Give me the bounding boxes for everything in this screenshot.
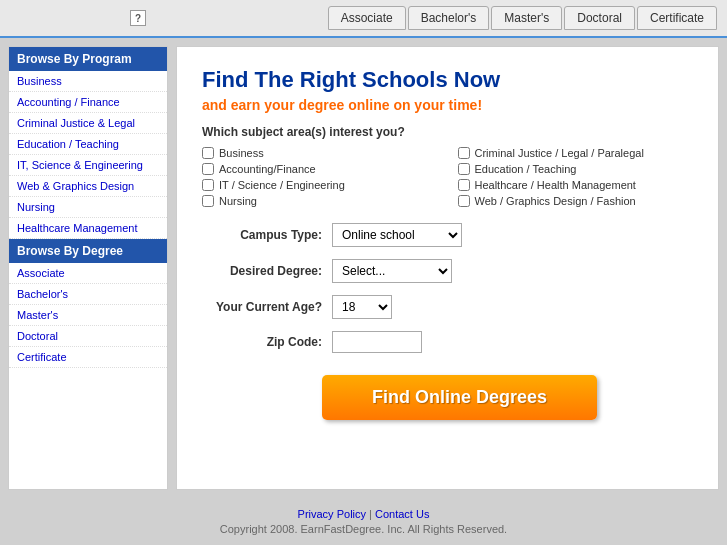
top-bar: ? Associate Bachelor's Master's Doctoral… xyxy=(0,0,727,38)
campus-type-row: Campus Type: Online school Campus Both xyxy=(202,223,693,247)
checkbox-it-label: IT / Science / Engineering xyxy=(219,179,345,191)
checkbox-accounting[interactable]: Accounting/Finance xyxy=(202,163,438,175)
checkbox-nursing-input[interactable] xyxy=(202,195,214,207)
age-select[interactable]: 18192021 22232425 3035404550 xyxy=(332,295,392,319)
contact-link[interactable]: Contact Us xyxy=(375,508,429,520)
tab-doctoral[interactable]: Doctoral xyxy=(564,6,635,30)
sidebar-link-masters[interactable]: Master's xyxy=(9,305,167,326)
browse-by-degree-header: Browse By Degree xyxy=(9,239,167,263)
checkbox-web-label: Web / Graphics Design / Fashion xyxy=(475,195,636,207)
checkboxes-grid: Business Criminal Justice / Legal / Para… xyxy=(202,147,693,207)
checkbox-nursing[interactable]: Nursing xyxy=(202,195,438,207)
checkbox-criminal[interactable]: Criminal Justice / Legal / Paralegal xyxy=(458,147,694,159)
sidebar-link-criminal[interactable]: Criminal Justice & Legal xyxy=(9,113,167,134)
checkbox-nursing-label: Nursing xyxy=(219,195,257,207)
zip-row: Zip Code: xyxy=(202,331,693,353)
tabs-container: Associate Bachelor's Master's Doctoral C… xyxy=(328,6,717,30)
checkbox-business-input[interactable] xyxy=(202,147,214,159)
checkbox-accounting-input[interactable] xyxy=(202,163,214,175)
footer: Privacy Policy | Contact Us Copyright 20… xyxy=(0,498,727,545)
find-button[interactable]: Find Online Degrees xyxy=(322,375,597,420)
sidebar-link-associate[interactable]: Associate xyxy=(9,263,167,284)
checkbox-accounting-label: Accounting/Finance xyxy=(219,163,316,175)
checkbox-business-label: Business xyxy=(219,147,264,159)
tab-bachelors[interactable]: Bachelor's xyxy=(408,6,490,30)
checkbox-education[interactable]: Education / Teaching xyxy=(458,163,694,175)
checkbox-it-input[interactable] xyxy=(202,179,214,191)
sidebar-link-education[interactable]: Education / Teaching xyxy=(9,134,167,155)
sidebar-link-web[interactable]: Web & Graphics Design xyxy=(9,176,167,197)
form-title: Find The Right Schools Now xyxy=(202,67,693,93)
sidebar-link-healthcare[interactable]: Healthcare Management xyxy=(9,218,167,239)
tab-associate[interactable]: Associate xyxy=(328,6,406,30)
tab-masters[interactable]: Master's xyxy=(491,6,562,30)
sidebar-link-business[interactable]: Business xyxy=(9,71,167,92)
checkbox-criminal-input[interactable] xyxy=(458,147,470,159)
sidebar-link-bachelors[interactable]: Bachelor's xyxy=(9,284,167,305)
checkbox-education-input[interactable] xyxy=(458,163,470,175)
help-icon: ? xyxy=(130,10,146,26)
main-content: Browse By Program Business Accounting / … xyxy=(0,38,727,498)
sidebar-link-accounting[interactable]: Accounting / Finance xyxy=(9,92,167,113)
checkbox-healthcare-label: Healthcare / Health Management xyxy=(475,179,636,191)
age-label: Your Current Age? xyxy=(202,300,322,314)
checkbox-education-label: Education / Teaching xyxy=(475,163,577,175)
checkbox-criminal-label: Criminal Justice / Legal / Paralegal xyxy=(475,147,644,159)
footer-links: Privacy Policy | Contact Us xyxy=(10,508,717,520)
form-question: Which subject area(s) interest you? xyxy=(202,125,693,139)
sidebar: Browse By Program Business Accounting / … xyxy=(8,46,168,490)
age-row: Your Current Age? 18192021 22232425 3035… xyxy=(202,295,693,319)
sidebar-link-doctoral[interactable]: Doctoral xyxy=(9,326,167,347)
tab-certificate[interactable]: Certificate xyxy=(637,6,717,30)
checkbox-healthcare-input[interactable] xyxy=(458,179,470,191)
checkbox-web-input[interactable] xyxy=(458,195,470,207)
zip-label: Zip Code: xyxy=(202,335,322,349)
privacy-link[interactable]: Privacy Policy xyxy=(298,508,366,520)
desired-degree-label: Desired Degree: xyxy=(202,264,322,278)
sidebar-link-certificate[interactable]: Certificate xyxy=(9,347,167,368)
browse-by-program-header: Browse By Program xyxy=(9,47,167,71)
form-subtitle: and earn your degree online on your time… xyxy=(202,97,693,113)
desired-degree-select[interactable]: Select... Associate Bachelor's Master's … xyxy=(332,259,452,283)
checkbox-web[interactable]: Web / Graphics Design / Fashion xyxy=(458,195,694,207)
checkbox-healthcare[interactable]: Healthcare / Health Management xyxy=(458,179,694,191)
page-wrapper: ? Associate Bachelor's Master's Doctoral… xyxy=(0,0,727,545)
form-panel: Find The Right Schools Now and earn your… xyxy=(176,46,719,490)
desired-degree-row: Desired Degree: Select... Associate Bach… xyxy=(202,259,693,283)
checkbox-it[interactable]: IT / Science / Engineering xyxy=(202,179,438,191)
campus-type-select[interactable]: Online school Campus Both xyxy=(332,223,462,247)
checkbox-business[interactable]: Business xyxy=(202,147,438,159)
sidebar-link-nursing[interactable]: Nursing xyxy=(9,197,167,218)
copyright-text: Copyright 2008. EarnFastDegree. Inc. All… xyxy=(10,523,717,535)
campus-type-label: Campus Type: xyxy=(202,228,322,242)
zip-input[interactable] xyxy=(332,331,422,353)
sidebar-link-it[interactable]: IT, Science & Engineering xyxy=(9,155,167,176)
